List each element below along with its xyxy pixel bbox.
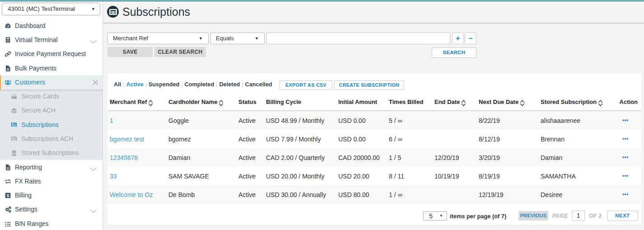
svg-text:$: $ — [7, 193, 9, 198]
